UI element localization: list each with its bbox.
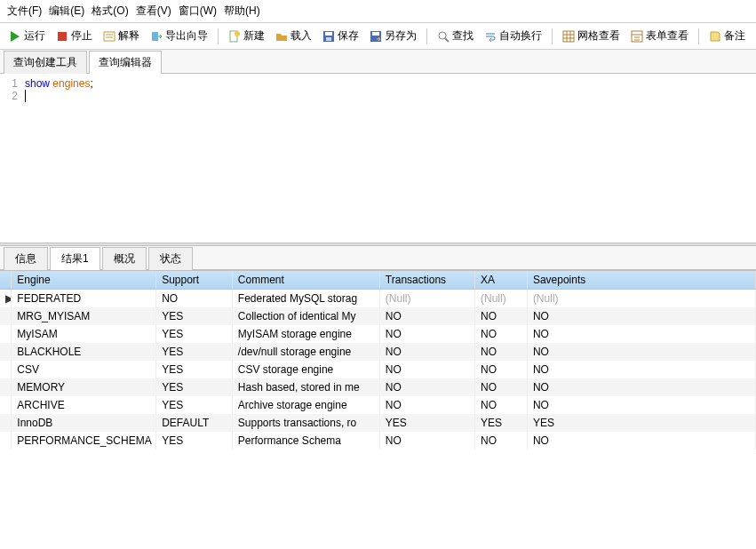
cell[interactable]: CSV (12, 361, 156, 378)
column-header[interactable]: Savepoints (527, 271, 755, 290)
gridview-button[interactable]: 网格查看 (559, 27, 624, 45)
column-header[interactable]: Comment (232, 271, 379, 290)
cell[interactable]: Performance Schema (232, 432, 379, 450)
cell[interactable]: Hash based, stored in me (232, 378, 379, 396)
tab-status[interactable]: 状态 (148, 247, 193, 270)
new-button[interactable]: 新建 (225, 27, 268, 45)
cell[interactable]: DEFAULT (156, 414, 233, 432)
cell[interactable]: NO (527, 396, 755, 414)
cell[interactable]: YES (156, 378, 233, 396)
cell[interactable]: YES (156, 396, 233, 414)
table-row[interactable]: ARCHIVEYESArchive storage engineNONONO (0, 396, 756, 414)
cell[interactable]: (Null) (527, 290, 755, 308)
table-row[interactable]: CSVYESCSV storage engineNONONO (0, 361, 756, 378)
cell[interactable]: NO (379, 432, 474, 450)
cell[interactable]: NO (379, 307, 474, 325)
find-button[interactable]: 查找 (434, 27, 477, 45)
cell[interactable]: CSV storage engine (232, 361, 379, 378)
cell[interactable]: MyISAM storage engine (232, 325, 379, 343)
tab-query-builder[interactable]: 查询创建工具 (4, 51, 87, 74)
cell[interactable]: NO (527, 361, 755, 378)
cell[interactable]: PERFORMANCE_SCHEMA (12, 432, 156, 450)
result-grid[interactable]: EngineSupportCommentTransactionsXASavepo… (0, 270, 756, 528)
stop-button[interactable]: 停止 (52, 27, 96, 45)
cell[interactable]: NO (379, 325, 474, 343)
cell[interactable]: Archive storage engine (232, 396, 379, 414)
table-row[interactable]: PERFORMANCE_SCHEMAYESPerformance SchemaN… (0, 432, 756, 450)
cell[interactable]: NO (527, 307, 755, 325)
cell[interactable]: YES (474, 414, 527, 432)
cell[interactable]: NO (379, 396, 474, 414)
cell[interactable]: NO (156, 290, 233, 308)
saveas-button[interactable]: 另存为 (366, 27, 420, 45)
cell[interactable]: NO (527, 325, 755, 343)
tab-profile[interactable]: 概况 (102, 247, 147, 270)
code-line[interactable]: show engines; (25, 77, 93, 90)
export-wizard-button[interactable]: 导出向导 (147, 27, 211, 45)
cell[interactable]: NO (527, 343, 755, 361)
cell[interactable]: InnoDB (12, 414, 156, 432)
note-button[interactable]: 备注 (705, 27, 749, 45)
cell[interactable]: MRG_MYISAM (12, 307, 156, 325)
cell[interactable]: YES (156, 343, 233, 361)
cell[interactable]: Federated MySQL storag (232, 290, 379, 308)
menu-edit[interactable]: 编辑(E) (49, 4, 84, 19)
cell[interactable]: NO (474, 343, 527, 361)
cell[interactable]: NO (379, 378, 474, 396)
load-button[interactable]: 载入 (272, 27, 315, 45)
cell[interactable]: MEMORY (12, 378, 156, 396)
tab-result1[interactable]: 结果1 (50, 247, 100, 270)
cell[interactable]: YES (156, 361, 233, 378)
cell[interactable]: NO (474, 378, 527, 396)
cell[interactable]: NO (379, 343, 474, 361)
svg-rect-2 (104, 32, 115, 41)
cell[interactable]: YES (379, 414, 474, 432)
cell[interactable]: /dev/null storage engine (232, 343, 379, 361)
save-button[interactable]: 保存 (319, 27, 362, 45)
table-row[interactable]: MRG_MYISAMYESCollection of identical MyN… (0, 307, 756, 325)
table-row[interactable]: BLACKHOLEYES/dev/null storage engineNONO… (0, 343, 756, 361)
cell[interactable]: NO (527, 432, 755, 450)
cell[interactable]: NO (474, 432, 527, 450)
cell[interactable]: Supports transactions, ro (232, 414, 379, 432)
cell[interactable]: YES (156, 325, 233, 343)
column-header[interactable]: XA (474, 271, 527, 290)
cell[interactable]: YES (156, 432, 233, 450)
menu-file[interactable]: 文件(F) (7, 4, 42, 19)
cell[interactable]: NO (379, 361, 474, 378)
run-button[interactable]: 运行 (5, 27, 49, 45)
table-row[interactable]: MEMORYYESHash based, stored in meNONONO (0, 378, 756, 396)
tab-info[interactable]: 信息 (4, 247, 48, 270)
cell[interactable]: YES (156, 307, 233, 325)
formview-button[interactable]: 表单查看 (627, 27, 692, 45)
cell[interactable]: YES (527, 414, 755, 432)
explain-button[interactable]: 解释 (99, 27, 143, 45)
cell[interactable]: BLACKHOLE (12, 343, 156, 361)
cell[interactable]: NO (527, 378, 755, 396)
cell[interactable]: (Null) (474, 290, 527, 308)
menu-window[interactable]: 窗口(W) (179, 4, 217, 19)
cell[interactable]: MyISAM (12, 325, 156, 343)
table-row[interactable]: InnoDBDEFAULTSupports transactions, roYE… (0, 414, 756, 432)
column-header[interactable]: Support (156, 271, 233, 290)
cell[interactable]: NO (474, 361, 527, 378)
sql-editor[interactable]: 1show engines;2 (0, 74, 756, 243)
cell[interactable]: NO (474, 325, 527, 343)
code-line[interactable] (25, 90, 26, 102)
menu-help[interactable]: 帮助(H) (224, 4, 260, 19)
wrap-button[interactable]: 自动换行 (481, 27, 545, 45)
cell[interactable]: ARCHIVE (12, 396, 156, 414)
column-header[interactable]: Engine (12, 271, 156, 290)
column-header[interactable]: Transactions (379, 271, 474, 290)
cell[interactable]: FEDERATED (12, 290, 156, 308)
table-row[interactable]: ▶FEDERATEDNOFederated MySQL storag(Null)… (0, 290, 756, 308)
cell[interactable]: NO (474, 307, 527, 325)
table-row[interactable]: MyISAMYESMyISAM storage engineNONONO (0, 325, 756, 343)
cell[interactable]: (Null) (379, 290, 474, 308)
menu-view[interactable]: 查看(V) (136, 4, 171, 19)
svg-rect-9 (325, 32, 332, 36)
cell[interactable]: Collection of identical My (232, 307, 379, 325)
tab-query-editor[interactable]: 查询编辑器 (89, 51, 162, 74)
menu-format[interactable]: 格式(O) (92, 4, 128, 19)
cell[interactable]: NO (474, 396, 527, 414)
